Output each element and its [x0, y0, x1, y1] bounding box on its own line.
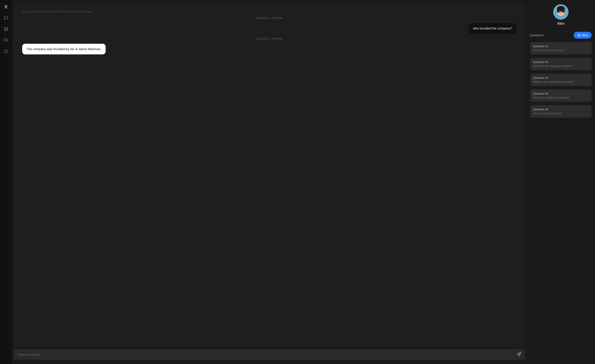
question-card-3[interactable]: Question #3 Where can I download the cli…	[530, 74, 592, 86]
bot-bubble: The company was founded by Ian & Jaime N…	[22, 44, 106, 55]
send-button[interactable]	[517, 352, 521, 357]
question-number-1: Question #1	[533, 45, 588, 48]
new-button-label: New	[582, 34, 588, 37]
question-text-5: Who are the founders?	[533, 112, 588, 115]
question-number-5: Question #5	[533, 108, 588, 111]
right-panel: Alex Questions New Question #1 How much …	[527, 0, 595, 364]
chat-window: Sun Jan 26 2025 16:35:18 GMT-0800 (Pacif…	[14, 4, 525, 347]
user-bubble: who founded the company?	[469, 23, 517, 34]
questions-label: Questions	[530, 34, 544, 37]
upload-icon[interactable]	[3, 37, 9, 43]
date-label: Sun Jan 26 2025 16:35:18 GMT-0800 (Pacif…	[22, 10, 517, 13]
question-card-2[interactable]: Question #2 Where is the company located…	[530, 58, 592, 70]
svg-point-15	[560, 14, 562, 14]
question-card-4[interactable]: Question #4 How do I install the softwar…	[530, 89, 592, 102]
question-card-1[interactable]: Question #1 How much is the product?	[530, 42, 592, 54]
chat-icon[interactable]	[3, 14, 9, 21]
profile-name: Alex	[557, 21, 565, 26]
svg-point-7	[557, 6, 565, 11]
profile-section: Alex	[530, 4, 592, 28]
new-button[interactable]: New	[574, 32, 592, 39]
svg-point-13	[558, 11, 560, 12]
question-text-2: Where is the company located?	[533, 64, 588, 68]
left-sidebar	[0, 0, 12, 364]
input-bar	[14, 349, 525, 360]
bot-message-row: The company was founded by Ian & Jaime N…	[22, 44, 517, 55]
question-number-4: Question #4	[533, 92, 588, 95]
messages-area: Sun Jan 26 2025 16:35:18 GMT-0800 (Pacif…	[14, 4, 525, 347]
user-message-row: who founded the company?	[22, 23, 517, 34]
question-text-1: How much is the product?	[533, 49, 588, 52]
timestamp-1: 1/26/2025, 4:35:10 PM	[22, 17, 517, 20]
avatar	[553, 4, 568, 20]
svg-point-1	[5, 28, 6, 29]
question-card-5[interactable]: Question #5 Who are the founders?	[530, 105, 592, 118]
feedback-icon[interactable]	[3, 48, 9, 55]
logo-icon[interactable]	[3, 3, 9, 10]
questions-header: Questions New	[530, 32, 592, 39]
svg-point-14	[562, 11, 564, 12]
question-text-3: Where can I download the client?	[533, 80, 588, 84]
image-icon[interactable]	[3, 26, 9, 32]
question-text-4: How do I install the software?	[533, 96, 588, 99]
question-number-3: Question #3	[533, 76, 588, 79]
chat-input[interactable]	[17, 353, 514, 356]
question-number-2: Question #2	[533, 60, 588, 63]
timestamp-2: 1/26/2025, 4:35:18 PM	[22, 37, 517, 40]
